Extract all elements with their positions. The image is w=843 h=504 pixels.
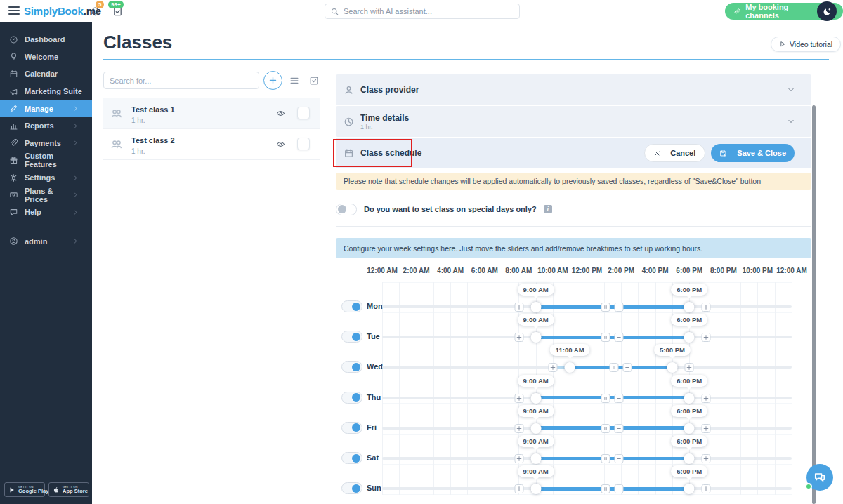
split-range-button[interactable] [601,303,610,312]
split-range-button[interactable] [601,394,610,403]
sidebar-item-help[interactable]: Help [0,204,92,221]
section-class-provider[interactable]: Class provider [336,74,811,105]
add-break-after-button[interactable] [684,363,693,372]
add-break-before-button[interactable] [514,454,523,463]
day-toggle-thu[interactable] [341,392,362,404]
slider-range[interactable] [536,457,690,460]
add-break-after-button[interactable] [702,454,711,463]
start-time-tooltip: 9:00 AM [518,435,554,447]
slider-start-handle[interactable] [530,302,541,312]
slider-range[interactable] [536,426,690,430]
remove-range-button[interactable] [614,333,623,342]
remove-range-button[interactable] [614,484,623,493]
section-class-schedule[interactable]: Class schedule Cancel Save & Close [336,138,811,168]
slider-end-handle[interactable] [684,453,695,464]
slider-end-handle[interactable] [684,393,695,404]
class-list-item[interactable]: Test class 2 1 hr. [103,129,320,160]
slider-start-handle[interactable] [530,332,541,343]
slider-start-handle[interactable] [530,484,541,494]
add-break-before-button[interactable] [514,333,523,342]
remove-range-button[interactable] [614,394,623,403]
slider-end-handle[interactable] [667,362,677,373]
slider-end-handle[interactable] [684,423,695,434]
day-toggle-wed[interactable] [341,361,362,373]
slider-start-handle[interactable] [530,453,541,464]
end-time-tooltip: 6:00 PM [671,465,707,477]
sidebar-item-admin[interactable]: admin [0,233,92,251]
split-range-button[interactable] [601,484,610,493]
save-icon [719,150,727,157]
slider-range[interactable] [536,305,690,309]
add-break-after-button[interactable] [702,484,711,493]
day-toggle-sat[interactable] [341,452,362,464]
add-break-after-button[interactable] [702,424,711,433]
split-range-button[interactable] [610,363,619,372]
sidebar-item-marketing-suite[interactable]: Marketing Suite [0,83,92,100]
day-toggle-mon[interactable] [341,300,362,312]
sidebar-item-label: admin [25,237,47,246]
add-break-before-button[interactable] [549,363,558,372]
sidebar-item-custom-features[interactable]: Custom Features [0,152,92,169]
class-search-input[interactable] [103,72,259,89]
split-range-button[interactable] [601,424,610,433]
add-break-before-button[interactable] [514,303,523,312]
sidebar-item-plans-prices[interactable]: Plans & Prices [0,186,92,204]
eye-icon[interactable] [275,109,286,118]
add-break-before-button[interactable] [514,424,523,433]
sidebar-item-label: Reports [25,121,54,130]
add-break-before-button[interactable] [514,484,523,493]
remove-range-button[interactable] [614,424,623,433]
add-break-after-button[interactable] [702,394,711,403]
sidebar-item-payments[interactable]: Payments [0,135,92,152]
special-days-toggle[interactable] [336,204,357,215]
day-toggle-tue[interactable] [341,331,362,343]
slider-end-handle[interactable] [684,484,695,494]
slider-end-handle[interactable] [684,332,695,343]
sidebar-item-calendar[interactable]: Calendar [0,65,92,83]
day-toggle-fri[interactable] [341,422,362,434]
google-play-badge[interactable]: GET IT ONGoogle Play [4,482,45,497]
slider-range[interactable] [536,336,690,339]
app-store-badge[interactable]: GET IT ONApp Store [48,482,89,497]
info-icon[interactable]: i [544,205,552,213]
list-view-icon[interactable] [289,76,299,86]
slider-start-handle[interactable] [530,423,541,434]
split-range-button[interactable] [601,454,610,463]
eye-icon[interactable] [275,140,286,149]
remove-range-button[interactable] [614,303,623,312]
menu-icon[interactable] [8,6,20,16]
class-checkbox[interactable] [297,138,310,150]
slider-range[interactable] [536,396,690,399]
sidebar-item-dashboard[interactable]: Dashboard [0,31,92,48]
remove-range-button[interactable] [614,454,623,463]
person-icon [344,85,354,95]
slider-start-handle[interactable] [530,393,541,404]
add-break-after-button[interactable] [702,333,711,342]
video-tutorial-button[interactable]: Video tutorial [771,37,841,52]
dark-mode-button[interactable] [817,1,837,21]
add-break-after-button[interactable] [702,303,711,312]
slider-range[interactable] [570,366,672,369]
sidebar-item-welcome[interactable]: Welcome [0,48,92,66]
sidebar-item-reports[interactable]: Reports [0,117,92,135]
chevron-right-icon [72,192,79,198]
split-range-button[interactable] [601,333,610,342]
remove-range-button[interactable] [623,363,632,372]
slider-range[interactable] [536,487,690,491]
day-toggle-sun[interactable] [341,482,362,494]
class-list-item[interactable]: Test class 1 1 hr. [103,98,320,129]
group-icon [109,107,124,120]
slider-end-handle[interactable] [684,302,695,312]
scrollbar[interactable] [812,105,816,504]
sidebar-item-settings[interactable]: Settings [0,169,92,187]
add-break-before-button[interactable] [514,394,523,403]
class-checkbox[interactable] [297,107,310,119]
slider-start-handle[interactable] [565,362,575,373]
sidebar-item-manage[interactable]: Manage [0,100,92,117]
select-all-icon[interactable] [309,76,319,86]
save-close-button[interactable]: Save & Close [711,144,795,162]
search-input[interactable] [344,4,516,18]
cancel-button[interactable]: Cancel [644,144,705,162]
add-class-button[interactable] [263,71,282,90]
section-time-details[interactable]: Time details 1 hr. [336,106,811,137]
